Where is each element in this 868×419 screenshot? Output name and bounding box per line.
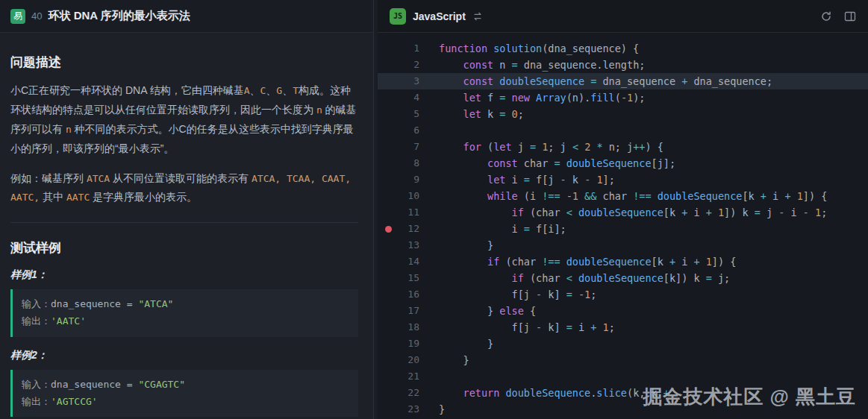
line-number[interactable]: 12: [399, 221, 419, 237]
breakpoint-gutter[interactable]: [378, 319, 399, 335]
breakpoint-gutter[interactable]: [378, 204, 399, 221]
breakpoint-gutter[interactable]: [378, 270, 399, 286]
inline-code: n: [316, 104, 322, 116]
breakpoint-dot[interactable]: [378, 221, 399, 237]
breakpoint-gutter[interactable]: [378, 253, 399, 270]
line-number[interactable]: 19: [399, 335, 419, 352]
code-row[interactable]: 19 }: [378, 335, 868, 352]
breakpoint-gutter[interactable]: [378, 368, 399, 385]
code-row[interactable]: 9 let i = f[j - k - 1];: [378, 171, 868, 188]
code-line: let i = f[j - k - 1];: [419, 171, 615, 188]
code-row[interactable]: 11 if (char < doubleSequence[k + i + 1])…: [378, 204, 868, 221]
code-row[interactable]: 8 const char = doubleSequence[j];: [378, 155, 868, 171]
code-row[interactable]: 3 const doubleSequence = dna_sequence + …: [378, 73, 868, 89]
section-divider: [10, 222, 358, 223]
sample-1-label: 样例1：: [10, 268, 358, 282]
inline-code: AATC: [66, 192, 90, 203]
line-number[interactable]: 2: [399, 57, 419, 73]
code-row[interactable]: 4 let f = new Array(n).fill(-1);: [378, 89, 868, 106]
refresh-button[interactable]: [820, 10, 832, 22]
output-label: 输出：: [22, 396, 51, 407]
line-number[interactable]: 13: [399, 237, 419, 253]
code-line: if (char < doubleSequence[k]) k = j;: [419, 270, 730, 286]
input-code: dna_sequence =: [51, 298, 138, 309]
line-number[interactable]: 4: [399, 89, 419, 106]
code-row[interactable]: 15 if (char < doubleSequence[k]) k = j;: [378, 270, 868, 286]
breakpoint-gutter[interactable]: [378, 401, 399, 418]
line-number[interactable]: 16: [399, 286, 419, 303]
problem-title: 环状 DNA 序列的最小表示法: [48, 9, 190, 23]
code-line: for (let j = 1; j < 2 * n; j++) {: [419, 139, 664, 155]
line-number[interactable]: 17: [399, 303, 419, 319]
line-number[interactable]: 3: [399, 73, 419, 89]
line-number[interactable]: 11: [399, 204, 419, 221]
code-row[interactable]: 12 i = f[i];: [378, 221, 868, 237]
line-number[interactable]: 21: [399, 368, 419, 385]
breakpoint-gutter[interactable]: [378, 106, 399, 122]
breakpoint-gutter[interactable]: [378, 303, 399, 319]
breakpoint-gutter[interactable]: [378, 237, 399, 253]
code-line: const doubleSequence = dna_sequence + dn…: [419, 73, 772, 89]
input-label: 输入：: [22, 379, 51, 390]
code-row[interactable]: 21: [378, 368, 868, 385]
description-paragraph-2: 例如：碱基序列 ATCA 从不同位置读取可能的表示有 ATCA, TCAA, C…: [10, 169, 358, 208]
breakpoint-gutter[interactable]: [378, 352, 399, 368]
output-label: 输出：: [22, 315, 51, 327]
code-row[interactable]: 10 while (i !== -1 && char !== doubleSeq…: [378, 188, 868, 204]
breakpoint-gutter[interactable]: [378, 40, 399, 57]
line-number[interactable]: 20: [399, 352, 419, 368]
code-row[interactable]: 17 } else {: [378, 303, 868, 319]
code-row[interactable]: 16 f[j - k] = -1;: [378, 286, 868, 303]
javascript-icon: JS: [390, 8, 406, 25]
sample-1-input: 输入：dna_sequence = "ATCA": [22, 296, 349, 313]
line-number[interactable]: 1: [399, 40, 419, 57]
code-row[interactable]: 1function solution(dna_sequence) {: [378, 40, 868, 57]
breakpoint-gutter[interactable]: [378, 139, 399, 155]
breakpoint-gutter[interactable]: [378, 89, 399, 106]
layout-button[interactable]: [844, 10, 856, 22]
code-row[interactable]: 5 let k = 0;: [378, 106, 868, 122]
code-row[interactable]: 20 }: [378, 352, 868, 368]
line-number[interactable]: 8: [399, 155, 419, 171]
breakpoint-gutter[interactable]: [378, 335, 399, 352]
breakpoint-gutter[interactable]: [378, 57, 399, 73]
inline-code: G: [276, 85, 282, 96]
line-number[interactable]: 15: [399, 270, 419, 286]
code-row[interactable]: 2 const n = dna_sequence.length;: [378, 57, 868, 73]
description-paragraph-1: 小C正在研究一种环状的 DNA 结构，它由四种碱基A、C、G、T构成。这种环状结…: [10, 81, 358, 159]
code-line: }: [419, 352, 469, 368]
breakpoint-gutter[interactable]: [378, 286, 399, 303]
line-number[interactable]: 10: [399, 188, 419, 204]
breakpoint-gutter[interactable]: [378, 122, 399, 139]
code-row[interactable]: 13 }: [378, 237, 868, 253]
section-title-description: 问题描述: [10, 54, 358, 71]
line-number[interactable]: 9: [399, 171, 419, 188]
code-row[interactable]: 7 for (let j = 1; j < 2 * n; j++) {: [378, 139, 868, 155]
code-line: return doubleSequence.slice(k, k +: [419, 385, 675, 401]
line-number[interactable]: 22: [399, 385, 419, 401]
breakpoint-gutter[interactable]: [378, 155, 399, 171]
code-row[interactable]: 22 return doubleSequence.slice(k, k +: [378, 385, 868, 401]
switch-language-icon[interactable]: [472, 11, 483, 22]
code-row[interactable]: 23}: [378, 401, 868, 418]
line-number[interactable]: 6: [399, 122, 419, 139]
line-number[interactable]: 7: [399, 139, 419, 155]
sample-2-output: 输出：'AGTCCG': [22, 394, 349, 411]
problem-number: 40: [31, 10, 42, 22]
breakpoint-gutter[interactable]: [378, 73, 399, 89]
sample-1-output: 输出：'AATC': [22, 313, 349, 330]
breakpoint-gutter[interactable]: [378, 171, 399, 188]
line-number[interactable]: 18: [399, 319, 419, 335]
code-line: f[j - k] = i + 1;: [419, 319, 615, 335]
line-number[interactable]: 23: [399, 401, 419, 418]
breakpoint-gutter[interactable]: [378, 188, 399, 204]
code-row[interactable]: 14 if (char !== doubleSequence[k + i + 1…: [378, 253, 868, 270]
code-row[interactable]: 6: [378, 122, 868, 139]
code-row[interactable]: 18 f[j - k] = i + 1;: [378, 319, 868, 335]
code-area[interactable]: 1function solution(dna_sequence) {2 cons…: [378, 33, 868, 419]
input-value: "ATCA": [138, 298, 173, 309]
breakpoint-gutter[interactable]: [378, 385, 399, 401]
line-number[interactable]: 5: [399, 106, 419, 122]
editor-header: JS JavaScript: [378, 0, 868, 33]
line-number[interactable]: 14: [399, 253, 419, 270]
